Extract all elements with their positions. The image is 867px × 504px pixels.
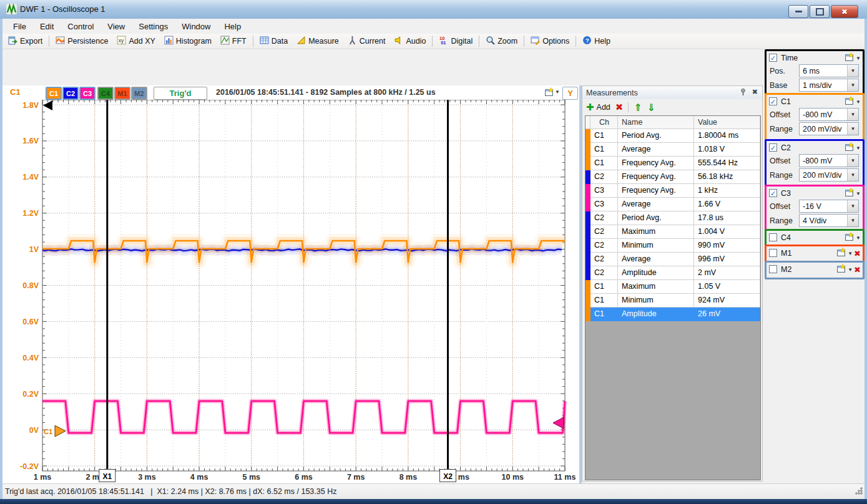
menu-window[interactable]: Window [175, 20, 217, 33]
delete-measurement-icon[interactable]: ✖ [615, 102, 624, 113]
svg-text:0.4V: 0.4V [22, 354, 39, 362]
toolbar-audio-button[interactable]: Audio [389, 34, 430, 48]
waveform-plot[interactable]: 1.8V1.6V1.4V1.2V1V0.8V0.6V0.4V0.2V0V-0.2… [0, 100, 579, 483]
toolbar-histogram-button[interactable]: Histogram [160, 34, 216, 48]
measurement-row[interactable]: C3Frequency Avg.1 kHz [585, 184, 760, 198]
cell-ch: C2 [590, 253, 618, 266]
channel-checkbox[interactable] [769, 265, 777, 273]
toolbar-persistence-button[interactable]: Persistence [51, 34, 112, 48]
chevron-down-icon: ▼ [847, 215, 858, 226]
move-down-icon[interactable]: ⇓ [647, 102, 655, 114]
toolbar-label: Audio [406, 37, 426, 46]
restore-button[interactable] [810, 5, 830, 18]
measurement-row[interactable]: C1Amplitude26 mV [585, 308, 760, 321]
chevron-down-icon: ▼ [847, 79, 858, 91]
toolbar-add-xy-button[interactable]: xyAdd XY [112, 34, 159, 48]
remove-channel-icon[interactable]: ✖ [854, 265, 861, 274]
close-panel-icon[interactable]: ✖ [752, 88, 758, 96]
channel-settings-icon[interactable] [845, 52, 855, 64]
measurement-row[interactable]: C2Maximum1.004 V [585, 225, 760, 239]
zoom-icon [486, 36, 495, 47]
measurement-row[interactable]: C1Frequency Avg.555.544 Hz [585, 157, 760, 170]
block-header: ✓C2▼ [767, 141, 863, 154]
menu-view[interactable]: View [100, 20, 132, 33]
move-up-icon[interactable]: ⇑ [634, 102, 642, 114]
measurement-row[interactable]: C2Minimum990 mV [585, 239, 760, 253]
c3-range-combobox[interactable]: 4 V/div▼ [799, 214, 859, 227]
field-value: 200 mV/div [803, 125, 842, 133]
channel-tab-c4[interactable]: C4 [97, 87, 114, 100]
channel-checkbox[interactable]: ✓ [769, 54, 777, 62]
toolbar-current-button[interactable]: Current [343, 34, 390, 48]
measurement-row[interactable]: C1Minimum924 mV [585, 294, 760, 308]
toolbar-options-button[interactable]: Options [526, 34, 574, 48]
channel-checkbox[interactable] [769, 249, 777, 257]
measurement-row[interactable]: C3Average1.66 V [585, 198, 760, 211]
channel-checkbox[interactable]: ✓ [769, 143, 777, 152]
c3-offset-combobox[interactable]: -16 V▼ [799, 200, 859, 213]
field-value: 4 V/div [803, 216, 826, 225]
c2-range-combobox[interactable]: 200 mV/div▼ [799, 168, 859, 182]
close-button[interactable]: ✖ [831, 5, 858, 18]
channel-label: M2 [781, 265, 791, 274]
trigger-status-button[interactable]: Trig'd [154, 87, 207, 100]
channel-tab-m1[interactable]: M1 [114, 87, 130, 100]
channel-settings-icon[interactable] [845, 188, 855, 199]
toolbar-digital-button[interactable]: 1001Digital [434, 34, 477, 48]
channel-settings-icon[interactable] [836, 264, 846, 275]
menu-control[interactable]: Control [61, 20, 100, 33]
field-value: -16 V [803, 202, 821, 211]
measurement-row[interactable]: C2Amplitude2 mV [585, 266, 760, 280]
measurement-row[interactable]: C1Period Avg.1.80004 ms [585, 129, 760, 143]
channel-block-time: ✓Time▼Pos.6 ms▼Base1 ms/div▼ [765, 49, 865, 95]
c2-offset-combobox[interactable]: -800 mV▼ [799, 154, 859, 167]
plot-settings-icon[interactable]: ▼ [544, 87, 560, 97]
toolbar-label: Histogram [176, 37, 212, 46]
menu-file[interactable]: File [6, 20, 33, 33]
toolbar-zoom-button[interactable]: Zoom [481, 34, 522, 48]
c1-offset-combobox[interactable]: -800 mV▼ [799, 108, 859, 121]
c1-range-combobox[interactable]: 200 mV/div▼ [799, 122, 859, 135]
channel-checkbox[interactable] [769, 233, 777, 241]
channel-tab-m2[interactable]: M2 [131, 87, 147, 100]
channel-checkbox[interactable]: ✓ [769, 97, 777, 105]
channel-color-strip [585, 129, 590, 143]
menu-edit[interactable]: Edit [33, 20, 61, 33]
menu-settings[interactable]: Settings [132, 20, 175, 33]
menu-help[interactable]: Help [217, 20, 248, 33]
channel-settings-icon[interactable] [845, 96, 855, 107]
minimize-button[interactable] [788, 5, 808, 18]
channel-tab-c1[interactable]: C1 [46, 87, 62, 100]
column-header-name[interactable]: Name [618, 116, 694, 129]
channel-tab-c3[interactable]: C3 [79, 87, 96, 100]
measurement-row[interactable]: C1Maximum1.05 V [585, 280, 760, 294]
channel-settings-icon[interactable] [845, 232, 855, 243]
toolbar-export-button[interactable]: Export [4, 34, 47, 48]
time-pos-combobox[interactable]: 6 ms▼ [799, 64, 859, 77]
channel-settings-icon[interactable] [836, 248, 846, 259]
channel-settings-icon[interactable] [845, 142, 855, 153]
toolbar-fft-button[interactable]: FFT [216, 34, 251, 48]
measurement-row[interactable]: C2Average996 mV [585, 253, 760, 266]
svg-text:6 ms: 6 ms [295, 473, 313, 482]
cell-name: Minimum [618, 294, 694, 308]
channel-checkbox[interactable]: ✓ [769, 189, 777, 197]
toolbar-help-button[interactable]: ?Help [578, 34, 615, 48]
measurement-row[interactable]: C2Period Avg.17.8 us [585, 211, 760, 225]
field-value: 1 ms/div [803, 81, 832, 90]
remove-channel-icon[interactable]: ✖ [854, 249, 861, 258]
field-value: -800 mV [803, 157, 832, 165]
channel-color-strip [585, 280, 590, 294]
resize-grip[interactable] [855, 487, 863, 495]
column-header-value[interactable]: Value [694, 116, 760, 129]
y-axis-button[interactable]: Y [562, 87, 578, 100]
toolbar-measure-button[interactable]: Measure [292, 34, 343, 48]
time-base-combobox[interactable]: 1 ms/div▼ [799, 79, 859, 92]
measurement-row[interactable]: C2Frequency Avg.56.18 kHz [585, 170, 760, 184]
measurement-row[interactable]: C1Average1.018 V [585, 143, 760, 157]
toolbar-data-button[interactable]: Data [255, 34, 292, 48]
channel-tab-c2[interactable]: C2 [62, 87, 79, 100]
add-measurement-button[interactable]: ✚ Add [586, 102, 610, 113]
pin-icon[interactable] [739, 88, 747, 98]
column-header-ch[interactable]: Ch [590, 116, 618, 129]
